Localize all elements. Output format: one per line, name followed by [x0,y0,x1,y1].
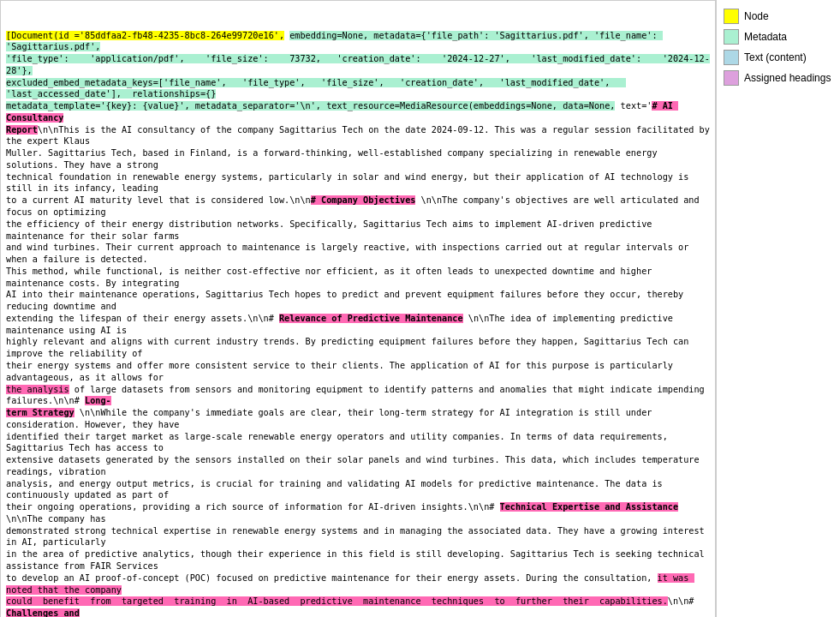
legend-assigned-headings: Assigned headings [724,70,833,86]
metadata-color-box [724,29,739,45]
company-obj-heading: # Company Objectives [311,195,416,205]
assigned-headings-label: Assigned headings [744,72,831,84]
text-content-label: Text (content) [744,51,807,63]
relevance-heading: Relevance of Predictive Maintenance [279,314,463,323]
noted-highlight: it was noted that the company could bene… [6,573,694,607]
doc-id-1-span: [Document(id ='85ddfaa2-fb48-4235-8bc8-2… [6,31,284,40]
assigned-color-box [724,70,739,86]
node-label: Node [744,10,769,22]
legend-text-content: Text (content) [724,50,833,65]
text-color-box [724,50,739,65]
analysis-highlight: the analysis [6,385,69,394]
legend-panel: Node Metadata Text (content) Assigned he… [716,0,840,617]
legend-metadata: Metadata [724,29,833,45]
content-area: [Document(id ='85ddfaa2-fb48-4235-8bc8-2… [0,0,716,617]
legend-node: Node [724,9,833,24]
main-container: [Document(id ='85ddfaa2-fb48-4235-8bc8-2… [0,0,840,617]
node-color-box [724,9,739,24]
longterm-heading: Long- term Strategy [6,396,111,417]
technical-heading: Technical Expertise and Assistance [500,502,679,512]
embedding-meta: embedding=None, metadata={'file_path': '… [6,31,710,111]
challenges-heading: Challenges and Recommendations [6,608,85,617]
document-text: [Document(id ='85ddfaa2-fb48-4235-8bc8-2… [4,28,712,617]
metadata-label: Metadata [744,31,787,43]
